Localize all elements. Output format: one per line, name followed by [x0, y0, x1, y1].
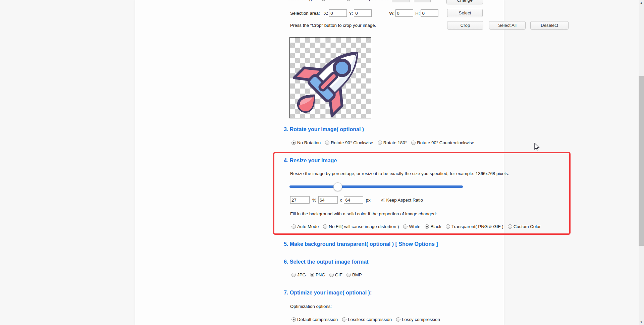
resize-percent-input[interactable]	[290, 196, 310, 204]
aspect-ratio-width-input[interactable]	[392, 0, 410, 2]
rotate-options-row: No Rotation Rotate 90° Clockwise Rotate …	[291, 140, 474, 145]
scrollbar-up-arrow[interactable]: ▲	[639, 0, 644, 6]
radio-label: White	[409, 224, 420, 229]
format-options-row: JPG PNG GIF BMP	[291, 272, 362, 277]
rotate-section-heading: 3. Rotate your image( optional )	[284, 126, 364, 132]
radio-label: Custom Color	[514, 224, 541, 229]
select-all-button[interactable]: Select All	[489, 21, 526, 30]
radio-icon	[325, 141, 329, 145]
crop-hint-text: Press the "Crop" button to crop your ima…	[290, 23, 376, 28]
checkbox-icon	[381, 198, 385, 202]
scrollbar-down-arrow[interactable]: ▼	[639, 319, 644, 325]
crop-button[interactable]: Crop	[447, 21, 483, 30]
radio-rotate-180[interactable]: Rotate 180°	[378, 140, 407, 145]
radio-rotate-90-ccw[interactable]: Rotate 90° Counterclockwise	[411, 140, 474, 145]
radio-icon	[291, 141, 296, 145]
radio-icon	[346, 273, 351, 277]
radio-label: Default compression	[297, 317, 338, 322]
radio-format-gif[interactable]: GIF	[329, 272, 342, 277]
radio-fill-auto-mode[interactable]: Auto Mode	[291, 224, 319, 229]
radio-label: Black	[430, 224, 441, 229]
radio-icon	[378, 141, 382, 145]
radio-format-png[interactable]: PNG	[310, 272, 325, 277]
radio-icon	[329, 273, 334, 277]
resize-width-input[interactable]	[318, 196, 338, 204]
fill-background-text: Fill in the background with a solid colo…	[290, 211, 437, 216]
rocket-image	[290, 38, 371, 118]
radio-icon	[425, 224, 429, 229]
select-button[interactable]: Select	[447, 9, 483, 17]
radio-icon	[403, 224, 408, 229]
resize-slider-handle[interactable]	[333, 182, 342, 191]
selection-h-input[interactable]	[421, 9, 438, 17]
content-column: Selection type: Normal Fixed Aspect Rati…	[135, 0, 504, 325]
radio-selection-fixed-aspect[interactable]: Fixed Aspect Ratio	[346, 0, 389, 1]
keep-aspect-ratio-checkbox[interactable]: Keep Aspect Ratio	[381, 198, 423, 203]
radio-icon	[346, 0, 351, 1]
radio-label: Rotate 90° Clockwise	[331, 140, 373, 145]
transparent-section-heading: 5. Make background transparent( optional…	[284, 241, 438, 247]
change-button[interactable]: Change	[446, 0, 483, 4]
radio-no-rotation[interactable]: No Rotation	[291, 140, 321, 145]
h-label: H:	[415, 11, 420, 16]
radio-label: BMP	[352, 272, 362, 277]
radio-icon	[323, 224, 327, 229]
selection-w-input[interactable]	[395, 9, 413, 17]
selection-x-input[interactable]	[329, 9, 347, 17]
times-label: x	[340, 198, 342, 203]
radio-rotate-90-cw[interactable]: Rotate 90° Clockwise	[325, 140, 373, 145]
radio-label: Fixed Aspect Ratio	[352, 0, 389, 1]
selection-type-label: Selection type:	[288, 0, 317, 1]
scrollbar-thumb[interactable]	[639, 76, 644, 246]
resize-height-input[interactable]	[344, 196, 363, 204]
radio-fill-no-fill[interactable]: No Fill( will cause image distortion )	[323, 224, 399, 229]
fill-options-row: Auto Mode No Fill( will cause image dist…	[291, 224, 541, 229]
resize-slider-track[interactable]	[289, 185, 463, 188]
radio-default-compression[interactable]: Default compression	[291, 317, 338, 322]
scrollbar[interactable]: ▲ ▼	[639, 0, 644, 325]
radio-fill-transparent[interactable]: Transparent( PNG & GIF )	[446, 224, 503, 229]
radio-selection-normal[interactable]: Normal	[321, 0, 341, 1]
radio-icon	[342, 317, 346, 322]
transparent-heading-text: 5. Make background transparent( optional…	[284, 241, 394, 247]
radio-fill-white[interactable]: White	[403, 224, 420, 229]
deselect-button[interactable]: Deselect	[530, 21, 569, 30]
ratio-separator: :	[411, 0, 413, 1]
selection-area-label: Selection area:	[290, 11, 320, 16]
optimization-options-label: Optimization options:	[290, 304, 332, 309]
radio-icon	[310, 273, 314, 277]
checkbox-label: Keep Aspect Ratio	[386, 198, 423, 203]
radio-label: Lossless compression	[348, 317, 392, 322]
radio-lossless-compression[interactable]: Lossless compression	[342, 317, 392, 322]
radio-fill-custom-color[interactable]: Custom Color	[508, 224, 541, 229]
radio-label: GIF	[335, 272, 342, 277]
radio-fill-black[interactable]: Black	[425, 224, 441, 229]
px-label: px	[366, 198, 370, 203]
radio-label: No Fill( will cause image distortion )	[329, 224, 399, 229]
radio-label: Normal	[327, 0, 341, 1]
resize-values-row: % x px Keep Aspect Ratio	[290, 196, 423, 204]
radio-lossy-compression[interactable]: Lossy compression	[396, 317, 440, 322]
radio-icon	[291, 224, 296, 229]
selection-area-row: Selection area: X: Y: W: H:	[290, 9, 438, 17]
selection-y-input[interactable]	[354, 9, 372, 17]
mouse-cursor-icon	[534, 143, 540, 152]
percent-label: %	[312, 198, 316, 203]
w-label: W:	[389, 11, 394, 16]
radio-label: Transparent( PNG & GIF )	[451, 224, 503, 229]
y-label: Y:	[349, 11, 353, 16]
selection-type-row: Selection type: Normal Fixed Aspect Rati…	[288, 0, 431, 2]
resize-highlight-box	[273, 152, 571, 235]
image-resizer-page: Selection type: Normal Fixed Aspect Rati…	[0, 0, 644, 325]
radio-format-jpg[interactable]: JPG	[291, 272, 306, 277]
resize-section-heading: 4. Resize your image	[284, 158, 337, 164]
radio-icon	[446, 224, 450, 229]
radio-format-bmp[interactable]: BMP	[346, 272, 362, 277]
aspect-ratio-height-input[interactable]	[414, 0, 431, 2]
image-preview	[289, 37, 371, 118]
show-options-link[interactable]: [ Show Options ]	[395, 241, 438, 247]
resize-description: Resize the image by percentage, or resiz…	[290, 171, 509, 176]
radio-icon	[291, 317, 296, 322]
radio-icon	[411, 141, 416, 145]
radio-icon	[396, 317, 400, 322]
